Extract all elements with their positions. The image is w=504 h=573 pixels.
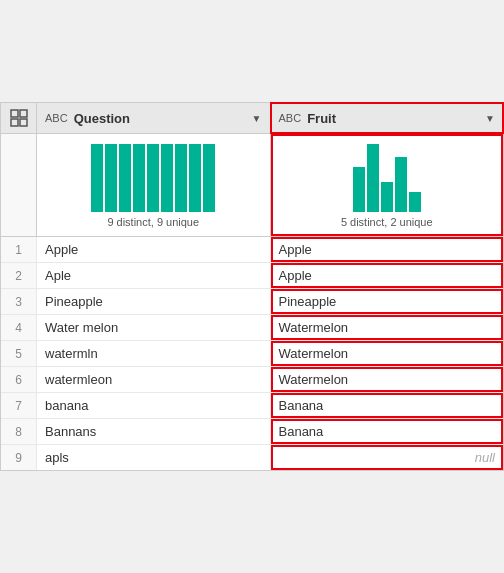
bar — [203, 144, 215, 212]
question-profile-label: 9 distinct, 9 unique — [107, 216, 199, 228]
profile-row: 9 distinct, 9 unique 5 distinct, 2 uniqu… — [1, 134, 503, 237]
question-cell: Water melon — [37, 315, 271, 340]
table-row: 1 Apple Apple — [1, 237, 503, 263]
bar — [381, 182, 393, 212]
data-table: ABC Question ▼ ABC Fruit ▼ 9 disti — [0, 102, 504, 471]
table-row: 7 banana Banana — [1, 393, 503, 419]
question-cell: Pineapple — [37, 289, 271, 314]
fruit-col-label: Fruit — [307, 111, 479, 126]
fruit-cell: Watermelon — [271, 367, 504, 392]
fruit-type-icon: ABC — [279, 112, 302, 124]
row-num: 2 — [1, 263, 37, 288]
bar — [189, 144, 201, 212]
question-col-header[interactable]: ABC Question ▼ — [37, 103, 271, 133]
row-num: 5 — [1, 341, 37, 366]
svg-rect-1 — [20, 110, 27, 117]
table-row: 4 Water melon Watermelon — [1, 315, 503, 341]
bar — [119, 144, 131, 212]
question-cell: Aple — [37, 263, 271, 288]
bar — [147, 144, 159, 212]
question-cell: apls — [37, 445, 271, 470]
question-cell: Bannans — [37, 419, 271, 444]
bar — [161, 144, 173, 212]
table-row: 6 watermleon Watermelon — [1, 367, 503, 393]
fruit-null-cell: null — [271, 445, 504, 470]
fruit-cell: Pineapple — [271, 289, 504, 314]
question-cell: watermleon — [37, 367, 271, 392]
bar — [133, 144, 145, 212]
row-num-header — [1, 103, 37, 133]
question-col-label: Question — [74, 111, 246, 126]
fruit-cell: Watermelon — [271, 315, 504, 340]
fruit-cell: Watermelon — [271, 341, 504, 366]
bar — [395, 157, 407, 212]
table-row: 8 Bannans Banana — [1, 419, 503, 445]
bar — [105, 144, 117, 212]
table-row: 2 Aple Apple — [1, 263, 503, 289]
header-row: ABC Question ▼ ABC Fruit ▼ — [1, 103, 503, 134]
fruit-bar-chart — [279, 142, 496, 212]
question-profile-cell: 9 distinct, 9 unique — [37, 134, 271, 236]
grid-icon — [10, 109, 28, 127]
fruit-profile-cell: 5 distinct, 2 unique — [271, 134, 504, 236]
fruit-profile-label: 5 distinct, 2 unique — [341, 216, 433, 228]
question-type-icon: ABC — [45, 112, 68, 124]
row-num: 6 — [1, 367, 37, 392]
question-dropdown-arrow[interactable]: ▼ — [252, 113, 262, 124]
bar — [353, 167, 365, 212]
row-num: 8 — [1, 419, 37, 444]
bar — [409, 192, 421, 212]
fruit-cell: Apple — [271, 237, 504, 262]
profile-row-num — [1, 134, 37, 236]
fruit-cell: Apple — [271, 263, 504, 288]
bar — [367, 144, 379, 212]
bar — [175, 144, 187, 212]
bar — [91, 144, 103, 212]
fruit-dropdown-arrow[interactable]: ▼ — [485, 113, 495, 124]
svg-rect-2 — [11, 119, 18, 126]
fruit-col-header[interactable]: ABC Fruit ▼ — [271, 103, 504, 133]
question-cell: watermln — [37, 341, 271, 366]
question-cell: Apple — [37, 237, 271, 262]
row-num: 7 — [1, 393, 37, 418]
table-row: 3 Pineapple Pineapple — [1, 289, 503, 315]
svg-rect-3 — [20, 119, 27, 126]
table-row: 9 apls null — [1, 445, 503, 470]
row-num: 4 — [1, 315, 37, 340]
question-cell: banana — [37, 393, 271, 418]
svg-rect-0 — [11, 110, 18, 117]
row-num: 9 — [1, 445, 37, 470]
fruit-cell: Banana — [271, 393, 504, 418]
fruit-cell: Banana — [271, 419, 504, 444]
row-num: 1 — [1, 237, 37, 262]
table-row: 5 watermln Watermelon — [1, 341, 503, 367]
question-bar-chart — [45, 142, 262, 212]
row-num: 3 — [1, 289, 37, 314]
